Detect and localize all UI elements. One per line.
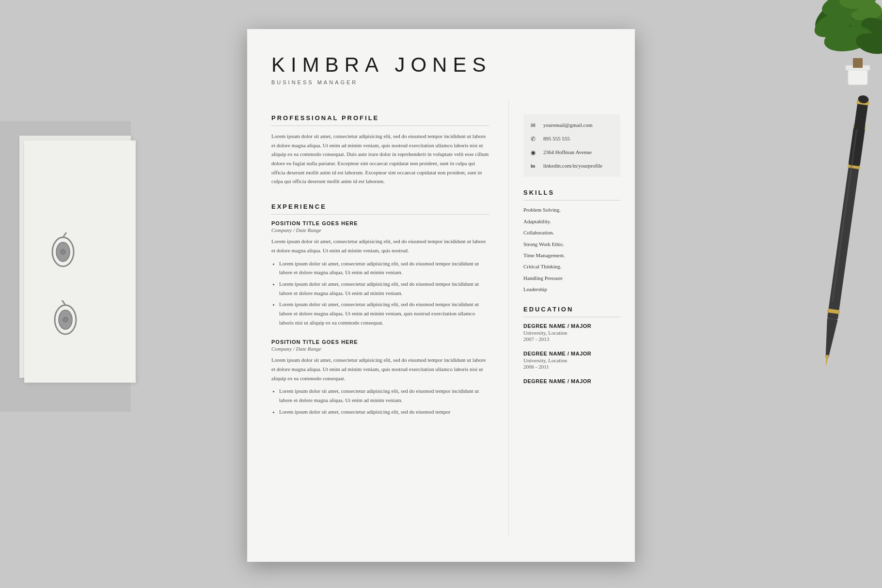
skill-6: Critical Thinking. (523, 263, 620, 270)
degree-name-2: DEGREE NAME / MAJOR (523, 351, 620, 356)
svg-line-3 (63, 232, 68, 237)
candidate-title: BUSINESS MANAGER (271, 79, 611, 85)
email-icon: ✉ (531, 122, 538, 129)
location-icon: ◉ (531, 149, 538, 156)
degree-name-1: DEGREE NAME / MAJOR (523, 323, 620, 329)
svg-point-7 (63, 317, 68, 322)
job-bullet-2-1: Lorem ipsum dolor sit amet, consectetur … (279, 387, 489, 404)
paper-stack-2 (24, 140, 136, 383)
skill-7: Handling Pressure (523, 275, 620, 282)
skill-8: Leadership (523, 286, 620, 293)
skills-heading: SKILLS (523, 189, 620, 201)
resume-document: KIMBRA JONES BUSINESS MANAGER PROFESSION… (247, 29, 635, 562)
job-entry-2: POSITION TITLE GOES HERE Company / Date … (271, 339, 489, 416)
job-company-1: Company / Date Range (271, 227, 489, 233)
svg-rect-29 (854, 102, 868, 130)
degree-school-2: University, Location (523, 357, 620, 363)
job-bullet-1-1: Lorem ipsum dolor sit amet, consectetur … (279, 259, 489, 277)
education-heading: EDUCATION (523, 306, 620, 317)
degree-school-1: University, Location (523, 330, 620, 336)
resume-left-column: PROFESSIONAL PROFILE Lorem ipsum dolor s… (247, 100, 509, 536)
candidate-name: KIMBRA JONES (271, 53, 611, 77)
education-entry-2: DEGREE NAME / MAJOR University, Location… (523, 351, 620, 370)
job-title-2: POSITION TITLE GOES HERE (271, 339, 489, 345)
skill-4: Strong Work Ethic. (523, 241, 620, 248)
email-text: youremail@gmail.com (543, 122, 592, 129)
binder-clip-bottom (51, 300, 80, 341)
experience-heading: EXPERIENCE (271, 203, 489, 215)
experience-section: EXPERIENCE POSITION TITLE GOES HERE Comp… (271, 203, 489, 416)
job-title-1: POSITION TITLE GOES HERE (271, 220, 489, 226)
job-bullet-1-2: Lorem ipsum dolor sit amet, consectetur … (279, 279, 489, 297)
profile-text: Lorem ipsum dolor sit amet, consectetur … (271, 132, 489, 186)
skill-1: Problem Solving. (523, 206, 620, 214)
contact-linkedin: in linkedin.com/in/yourprofile (531, 162, 613, 170)
profile-section: PROFESSIONAL PROFILE Lorem ipsum dolor s… (271, 114, 489, 186)
linkedin-text: linkedin.com/in/yourprofile (543, 162, 602, 170)
skills-list: Problem Solving. Adaptability. Collabora… (523, 206, 620, 293)
job-bullets-1: Lorem ipsum dolor sit amet, consectetur … (271, 259, 489, 327)
svg-rect-22 (853, 58, 863, 68)
resume-header: KIMBRA JONES BUSINESS MANAGER (247, 29, 635, 100)
education-entry-3: DEGREE NAME / MAJOR (523, 378, 620, 384)
skill-3: Collaboration. (523, 229, 620, 236)
svg-rect-34 (832, 129, 858, 302)
svg-point-2 (61, 249, 65, 254)
contact-address: ◉ 2364 Hoffman Avenue (531, 149, 613, 156)
education-section: EDUCATION DEGREE NAME / MAJOR University… (523, 306, 620, 384)
degree-name-3: DEGREE NAME / MAJOR (523, 378, 620, 384)
job-company-2: Company / Date Range (271, 346, 489, 352)
address-text: 2364 Hoffman Avenue (543, 149, 592, 156)
svg-line-8 (61, 300, 65, 305)
degree-years-2: 2006 - 2011 (523, 364, 620, 370)
svg-marker-32 (822, 318, 838, 358)
skills-section: SKILLS Problem Solving. Adaptability. Co… (523, 189, 620, 293)
phone-text: 895 555 555 (543, 135, 570, 142)
contact-email: ✉ youremail@gmail.com (531, 122, 613, 129)
phone-icon: ✆ (531, 136, 538, 143)
profile-heading: PROFESSIONAL PROFILE (271, 114, 489, 126)
linkedin-icon: in (531, 163, 538, 169)
resume-body: PROFESSIONAL PROFILE Lorem ipsum dolor s… (247, 100, 635, 536)
svg-marker-33 (824, 355, 829, 367)
contact-phone: ✆ 895 555 555 (531, 135, 613, 143)
job-bullet-2-2: Lorem ipsum dolor sit amet, consectetur … (279, 407, 489, 417)
skill-2: Adaptability. (523, 218, 620, 225)
skill-5: Time Management. (523, 252, 620, 259)
degree-years-1: 2007 - 2013 (523, 336, 620, 342)
binder-clip-top (48, 232, 78, 273)
job-bullets-2: Lorem ipsum dolor sit amet, consectetur … (271, 387, 489, 416)
resume-right-column: ✉ youremail@gmail.com ✆ 895 555 555 ◉ 23… (509, 100, 635, 536)
job-desc-1: Lorem ipsum dolor sit amet, consectetur … (271, 237, 489, 255)
contact-section: ✉ youremail@gmail.com ✆ 895 555 555 ◉ 23… (523, 114, 620, 177)
pen-decoration (806, 87, 879, 419)
job-entry-1: POSITION TITLE GOES HERE Company / Date … (271, 220, 489, 327)
job-desc-2: Lorem ipsum dolor sit amet, consectetur … (271, 356, 489, 383)
job-bullet-1-3: Lorem ipsum dolor sit amet, consectetur … (279, 300, 489, 327)
education-entry-1: DEGREE NAME / MAJOR University, Location… (523, 323, 620, 342)
